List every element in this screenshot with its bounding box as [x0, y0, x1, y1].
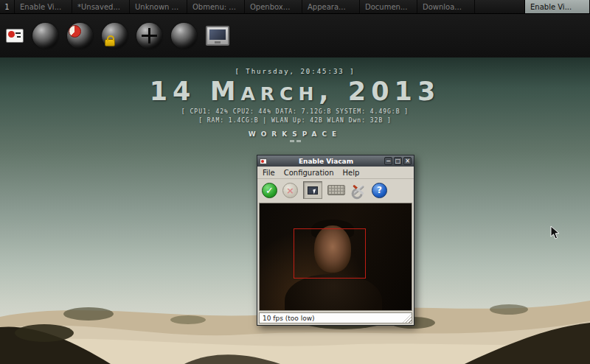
display-stand-icon	[215, 41, 221, 43]
person-torso	[285, 274, 382, 311]
window-title: Enable Viacam	[269, 158, 383, 165]
task-tab-unknown[interactable]: Unknown ...	[130, 0, 187, 13]
conky-workspace-label: WORKSPACE	[0, 130, 590, 138]
task-tab-unsaved[interactable]: *Unsaved...	[72, 0, 130, 13]
minimize-button[interactable]: −	[384, 157, 392, 165]
padlock-overlay-icon	[105, 39, 115, 46]
enable-tracking-button[interactable]: ✓	[262, 183, 277, 198]
task-tab-appearance[interactable]: Appeara...	[302, 0, 360, 13]
help-button[interactable]: ?	[372, 183, 387, 198]
conky-date-large: 14 March, 2013	[0, 77, 590, 106]
screenshot-display-icon[interactable]	[206, 26, 229, 46]
task-tab-openbox[interactable]: Openbox...	[245, 0, 302, 13]
window-statusbar: 10 fps (too low)	[259, 312, 412, 323]
workspace-indicator	[0, 140, 590, 143]
camera-preview	[259, 203, 412, 311]
icon-mark	[15, 32, 21, 34]
mouse-plain-icon[interactable]	[171, 23, 197, 49]
conky-cpu-stats: [ CPU1: 42% CPU2: 44% DATA: 7.12G:B SYST…	[0, 108, 590, 115]
mouse-lock-icon[interactable]	[102, 23, 128, 49]
task-tab-downloads[interactable]: Downloa...	[417, 0, 475, 13]
fps-status-text: 10 fps (too low)	[263, 315, 315, 322]
desktop-wallpaper: [ Thursday, 20:45:33 ] 14 March, 2013 [ …	[0, 57, 590, 364]
window-titlebar[interactable]: Enable Viacam − □ ×	[257, 155, 414, 167]
window-toolbar: ✓ × ?	[257, 179, 414, 201]
menu-file[interactable]: File	[263, 169, 275, 177]
conky-overlay: [ Thursday, 20:45:33 ] 14 March, 2013 [ …	[0, 68, 590, 143]
dock	[0, 14, 590, 57]
cursor-glyph-icon	[313, 189, 316, 194]
conky-ram-stats: [ RAM: 1.4CG:B | WLAN Up: 42B WLAN Dwn: …	[0, 117, 590, 124]
pie-chart-overlay-icon	[69, 25, 81, 38]
red-dot-icon	[8, 31, 15, 38]
task-tab-eviacam[interactable]: Enable Vi...	[15, 0, 72, 13]
keyboard-button[interactable]	[327, 185, 345, 195]
disable-tracking-button[interactable]: ×	[282, 183, 298, 198]
task-tab-documents[interactable]: Documen...	[360, 0, 417, 13]
taskbar: 1 Enable Vi... *Unsaved... Unknown ... O…	[0, 0, 590, 14]
pointer-action-toggle-button[interactable]	[303, 181, 322, 199]
mouse-sphere-icon[interactable]	[32, 23, 58, 49]
conky-datetime: [ Thursday, 20:45:33 ]	[0, 68, 590, 75]
mouse-cursor	[550, 225, 560, 240]
mouse-move-icon[interactable]	[136, 23, 162, 49]
mouse-pie-chart-icon[interactable]	[67, 23, 93, 49]
eviacam-window: Enable Viacam − □ × File Configuration H…	[257, 155, 414, 326]
resize-grip[interactable]	[403, 314, 412, 323]
task-tab-obmenu[interactable]: Obmenu: ...	[187, 0, 245, 13]
display-screen-icon	[209, 29, 226, 40]
settings-tools-button[interactable]	[350, 182, 367, 198]
face-tracking-box	[294, 228, 366, 279]
window-menubar: File Configuration Help	[257, 167, 414, 179]
monitor-pointer-icon	[308, 186, 318, 195]
icon-mark	[17, 36, 21, 38]
window-icon	[260, 158, 267, 164]
menu-help[interactable]: Help	[343, 169, 360, 177]
eviacam-tray-icon[interactable]	[6, 29, 24, 43]
maximize-button[interactable]: □	[394, 157, 402, 165]
close-button[interactable]: ×	[403, 157, 412, 165]
task-tab-eviacam-active[interactable]: Enable Vi...	[524, 0, 590, 13]
menu-configuration[interactable]: Configuration	[284, 169, 334, 177]
workspace-number[interactable]: 1	[0, 0, 15, 13]
